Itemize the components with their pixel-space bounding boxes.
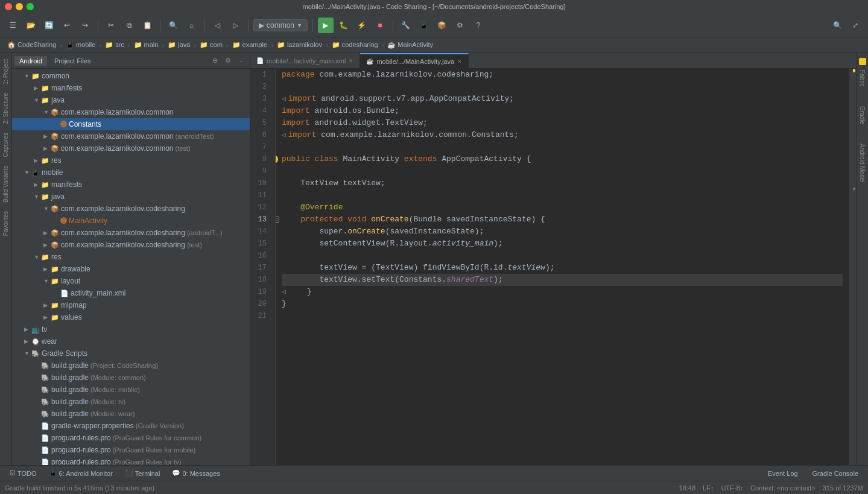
tree-item-res-common[interactable]: ▶ 📁 res xyxy=(12,154,250,166)
tab-terminal[interactable]: ⬛Terminal xyxy=(120,468,165,478)
redo-button[interactable]: ↪ xyxy=(77,17,93,33)
tree-item-values[interactable]: ▶ 📁 values xyxy=(12,311,250,323)
code-content[interactable]: package com.example.lazarnikolov.codesha… xyxy=(276,69,849,465)
panel-tab-bar: Android Project Files ⊕ ⚙ – xyxy=(12,53,250,69)
bc-codesharing2[interactable]: 📁 codesharing xyxy=(329,40,381,50)
tree-item-build-gradle-wear[interactable]: 🐘 build.gradle (Module: wear) xyxy=(12,408,250,420)
tab-todo[interactable]: ☑TODO xyxy=(5,468,42,478)
tree-item-gradle-scripts[interactable]: ▼ 🐘 Gradle Scripts xyxy=(12,347,250,359)
help-button[interactable]: ? xyxy=(470,17,486,33)
minimize-button[interactable] xyxy=(16,3,23,10)
project-panel-toggle[interactable]: 1: Project xyxy=(1,55,10,88)
tree-item-proguard-tv[interactable]: 📄 proguard-rules.pro (ProGuard Rules for… xyxy=(12,456,250,465)
encoding[interactable]: UTF-8↑ xyxy=(721,484,743,492)
tree-item-pkg-test2[interactable]: ▶ 📦 com.example.lazarnikolov.codesharing… xyxy=(12,239,250,251)
stop-button[interactable]: ■ xyxy=(372,17,388,33)
sdk-button[interactable]: 📦 xyxy=(434,17,450,33)
tab-project-files[interactable]: Project Files xyxy=(49,56,96,66)
tree-item-proguard-mobile[interactable]: 📄 proguard-rules.pro (ProGuard Rules for… xyxy=(12,444,250,456)
search-everywhere-button[interactable]: 🔍 xyxy=(829,17,845,33)
tree-item-pkg-androidtest2[interactable]: ▶ 📦 com.example.lazarnikolov.codesharing… xyxy=(12,227,250,239)
bc-mobile[interactable]: 📱 mobile xyxy=(63,40,98,50)
tree-item-wear[interactable]: ▶ ⌚ wear xyxy=(12,335,250,347)
gradle-toggle[interactable]: Gradle xyxy=(858,103,867,128)
window-controls[interactable] xyxy=(5,3,34,10)
event-log[interactable]: Event Log xyxy=(763,469,803,478)
bc-java[interactable]: 📁 java xyxy=(165,40,192,50)
build-variant-dropdown[interactable]: ▶common▼ xyxy=(253,19,308,31)
breadcrumb-bar: 🏠 CodeSharing › 📱 mobile › 📁 src › 📁 mai… xyxy=(0,37,868,53)
menu-button[interactable]: ☰ xyxy=(5,17,21,33)
tree-item-java-mobile[interactable]: ▼ 📁 java xyxy=(12,191,250,203)
tree-item-common[interactable]: ▼ 📁 common xyxy=(12,70,250,82)
expand-button[interactable]: ⤢ xyxy=(847,17,863,33)
tree-item-pkg-androidtest[interactable]: ▶ 📦 com.example.lazarnikolov.common (and… xyxy=(12,130,250,142)
tree-item-constants[interactable]: 🅒 Constants xyxy=(12,118,250,130)
find-button[interactable]: 🔍 xyxy=(165,17,181,33)
tree-item-manifests-mobile[interactable]: ▶ 📁 manifests xyxy=(12,179,250,191)
tree-item-tv[interactable]: ▶ 📺 tv xyxy=(12,323,250,335)
tab-mainactivity-java[interactable]: ☕ mobile/.../MainActivity.java ✕ xyxy=(360,53,469,68)
tree-item-mainactivity[interactable]: 🅒 MainActivity xyxy=(12,215,250,227)
bc-main[interactable]: 📁 main xyxy=(131,40,161,50)
tab-android[interactable]: Android xyxy=(14,56,47,66)
tree-item-proguard-common[interactable]: 📄 proguard-rules.pro (ProGuard Rules for… xyxy=(12,432,250,444)
android-model-toggle[interactable]: Android Model xyxy=(858,140,867,186)
gradle-sync-button[interactable]: 🔧 xyxy=(398,17,414,33)
tree-item-build-gradle-mobile[interactable]: 🐘 build.gradle (Module: mobile) xyxy=(12,384,250,396)
tree-item-mipmap[interactable]: ▶ 📁 mipmap xyxy=(12,299,250,311)
bc-mainactivity[interactable]: ☕ MainActivity xyxy=(385,40,436,50)
structure-panel-toggle[interactable]: 2: Structure xyxy=(1,89,10,128)
favorites-toggle[interactable]: Favorites xyxy=(1,207,10,239)
line-ending[interactable]: LF↑ xyxy=(703,484,714,492)
bc-example[interactable]: 📁 example xyxy=(230,40,270,50)
run-button[interactable]: ▶ xyxy=(318,17,334,33)
debug-button[interactable]: 🐛 xyxy=(336,17,352,33)
forward-button[interactable]: ▷ xyxy=(227,17,243,33)
copy-button[interactable]: ⧉ xyxy=(121,17,137,33)
tree-item-build-gradle-tv[interactable]: 🐘 build.gradle (Module: tv) xyxy=(12,396,250,408)
tree-item-java-common[interactable]: ▼ 📁 java xyxy=(12,94,250,106)
tree-item-drawable[interactable]: ▶ 📁 drawable xyxy=(12,263,250,275)
bc-com[interactable]: 📁 com xyxy=(197,40,225,50)
fabric-toggle[interactable]: Fabric xyxy=(858,66,867,90)
build-variants-toggle[interactable]: Build Variants xyxy=(1,162,10,206)
undo-button[interactable]: ↩ xyxy=(59,17,75,33)
tree-item-manifests-common[interactable]: ▶ 📁 manifests xyxy=(12,82,250,94)
bc-src[interactable]: 📁 src xyxy=(103,40,127,50)
tree-item-pkg-common[interactable]: ▼ 📦 com.example.lazarnikolov.common xyxy=(12,106,250,118)
bc-codesharing[interactable]: 🏠 CodeSharing xyxy=(5,40,59,50)
close-java-tab[interactable]: ✕ xyxy=(457,59,462,65)
close-button[interactable] xyxy=(5,3,12,10)
hide-panel[interactable]: – xyxy=(235,55,247,67)
tree-item-layout[interactable]: ▼ 📁 layout xyxy=(12,275,250,287)
bc-lazarnikolov[interactable]: 📁 lazarnikolov xyxy=(274,40,325,50)
cut-button[interactable]: ✂ xyxy=(103,17,119,33)
tab-android-monitor[interactable]: 📱6: Android Monitor xyxy=(44,468,118,478)
replace-button[interactable]: ⌕ xyxy=(183,17,199,33)
apply-changes-button[interactable]: ⚡ xyxy=(354,17,370,33)
ln-9: 9 xyxy=(250,165,270,177)
gradle-console[interactable]: Gradle Console xyxy=(808,469,863,478)
tab-messages[interactable]: 💬0: Messages xyxy=(167,468,224,478)
tree-item-build-gradle-project[interactable]: 🐘 build.gradle (Project: CodeSharing) xyxy=(12,359,250,372)
settings-gear[interactable]: ⚙ xyxy=(222,55,234,67)
close-xml-tab[interactable]: ✕ xyxy=(349,58,353,64)
captures-panel-toggle[interactable]: Captures xyxy=(1,129,10,161)
open-button[interactable]: 📂 xyxy=(23,17,39,33)
sync-button[interactable]: 🔄 xyxy=(41,17,57,33)
tree-item-pkg-codesharing[interactable]: ▼ 📦 com.example.lazarnikolov.codesharing xyxy=(12,203,250,215)
paste-button[interactable]: 📋 xyxy=(139,17,155,33)
tree-item-build-gradle-common[interactable]: 🐘 build.gradle (Module: common) xyxy=(12,372,250,384)
maximize-button[interactable] xyxy=(27,3,34,10)
tree-item-pkg-test[interactable]: ▶ 📦 com.example.lazarnikolov.common (tes… xyxy=(12,142,250,154)
tree-item-res-mobile[interactable]: ▼ 📁 res xyxy=(12,251,250,263)
settings-button[interactable]: ⚙ xyxy=(452,17,468,33)
avd-button[interactable]: 📱 xyxy=(416,17,432,33)
tree-item-mobile[interactable]: ▼ 📱 mobile xyxy=(12,166,250,179)
tree-item-gradle-wrapper[interactable]: 📄 gradle-wrapper.properties (Gradle Vers… xyxy=(12,420,250,432)
tab-activity-main-xml[interactable]: 📄 mobile/.../activity_main.xml ✕ xyxy=(250,53,360,68)
scope-button[interactable]: ⊕ xyxy=(209,55,221,67)
back-button[interactable]: ◁ xyxy=(209,17,225,33)
tree-item-activity-main-xml[interactable]: 📄 activity_main.xml xyxy=(12,287,250,299)
